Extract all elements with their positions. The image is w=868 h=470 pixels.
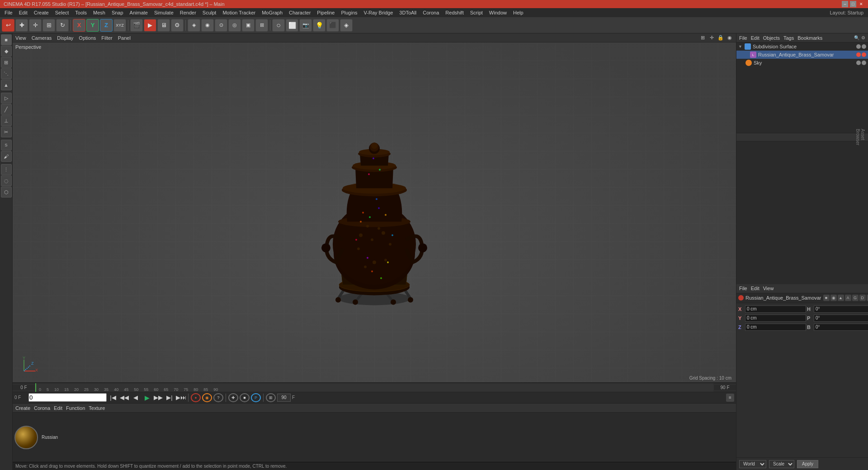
render-dot-2[interactable] <box>862 52 866 57</box>
menu-motion-tracker[interactable]: Motion Tracker <box>220 8 258 17</box>
menu-plugins[interactable]: Plugins <box>338 8 360 17</box>
motion-mode-button[interactable]: ✚ <box>228 393 238 402</box>
texture-mode-button[interactable]: ⊞ <box>1 57 12 68</box>
attr-file-menu[interactable]: File <box>739 286 747 291</box>
menu-create[interactable]: Create <box>31 8 52 17</box>
display-mode-6[interactable]: ⊞ <box>255 19 268 32</box>
menu-help[interactable]: Help <box>510 8 526 17</box>
menu-window[interactable]: Window <box>486 8 509 17</box>
object-item-sky[interactable]: Sky <box>736 59 868 67</box>
menu-tools[interactable]: Tools <box>72 8 90 17</box>
render-settings-button[interactable]: ⚙ <box>171 19 184 32</box>
key-mode-button[interactable]: ? <box>213 393 223 402</box>
menu-script[interactable]: Script <box>467 8 486 17</box>
vp-menu-options[interactable]: Options <box>79 35 96 41</box>
camera-button[interactable]: 📷 <box>299 19 312 32</box>
menu-3dtoall[interactable]: 3DToAll <box>396 8 419 17</box>
extrude-tool-button[interactable]: ⊥ <box>1 115 12 126</box>
menu-pipeline[interactable]: Pipeline <box>314 8 337 17</box>
om-settings-icon[interactable]: ⚙ <box>861 35 865 40</box>
attr-icon-4[interactable]: A <box>845 295 851 301</box>
vp-icon-2[interactable]: ✛ <box>708 34 715 42</box>
display-mode-4[interactable]: ◎ <box>228 19 241 32</box>
visibility-dot-2[interactable] <box>856 52 861 57</box>
vp-icon-1[interactable]: ⊞ <box>699 34 706 42</box>
menu-sculpt[interactable]: Sculpt <box>200 8 219 17</box>
visibility-dot-1[interactable] <box>856 44 861 49</box>
x-position-input[interactable] <box>745 306 806 313</box>
3d-viewport[interactable]: Perspective <box>13 42 736 382</box>
menu-simulate[interactable]: Simulate <box>151 8 176 17</box>
object-item-samovar[interactable]: L Russian_Antique_Brass_Samovar <box>736 51 868 59</box>
om-objects-menu[interactable]: Objects <box>763 35 780 41</box>
mat-menu-function[interactable]: Function <box>66 405 85 411</box>
vp-icon-4[interactable]: ◉ <box>726 34 733 42</box>
vp-menu-display[interactable]: Display <box>57 35 73 41</box>
menu-render[interactable]: Render <box>177 8 199 17</box>
grab-tool-button[interactable]: ⋮ <box>1 164 12 175</box>
frame-input[interactable] <box>28 393 107 402</box>
x-axis-button[interactable]: X <box>73 19 85 32</box>
om-file-menu[interactable]: File <box>739 35 747 41</box>
attr-edit-menu[interactable]: Edit <box>751 286 760 291</box>
attr-icon-1[interactable]: ■ <box>823 295 830 301</box>
vp-icon-3[interactable]: 🔒 <box>717 34 724 42</box>
om-edit-menu[interactable]: Edit <box>751 35 760 41</box>
menu-vray[interactable]: V-Ray Bridge <box>361 8 396 17</box>
rotate-tool-button[interactable]: ↻ <box>56 19 69 32</box>
pb-misc-button[interactable]: ⊞ <box>266 393 276 402</box>
display-mode-1[interactable]: ◈ <box>188 19 200 32</box>
cube-button[interactable]: ⬜ <box>286 19 298 32</box>
move-tool-button[interactable]: ✛ <box>29 19 42 32</box>
menu-mesh[interactable]: Mesh <box>90 8 108 17</box>
h-rotation-input[interactable] <box>814 306 868 313</box>
om-bookmarks-menu[interactable]: Bookmarks <box>797 35 822 41</box>
scale-select[interactable]: Scale Size <box>769 460 794 468</box>
menu-redshift[interactable]: Redshift <box>443 8 466 17</box>
attr-view-menu[interactable]: View <box>763 286 774 291</box>
polygon-mode-button[interactable]: ▲ <box>1 80 12 90</box>
vp-menu-panel[interactable]: Panel <box>118 35 131 41</box>
vp-menu-cameras[interactable]: Cameras <box>32 35 52 41</box>
display-mode-3[interactable]: ⊙ <box>215 19 227 32</box>
maximize-button[interactable]: □ <box>850 1 856 7</box>
play-back-button[interactable]: ◀ <box>131 393 141 402</box>
attr-icon-5[interactable]: G <box>852 295 859 301</box>
om-search-icon[interactable]: 🔍 <box>854 35 859 40</box>
menu-character[interactable]: Character <box>286 8 313 17</box>
menu-corona[interactable]: Corona <box>420 8 442 17</box>
close-button[interactable]: ✕ <box>858 1 864 7</box>
object-item-subdivision[interactable]: ▼ Subdivision Surface <box>736 42 868 51</box>
end-frame-input[interactable] <box>277 394 291 402</box>
vp-menu-view[interactable]: View <box>15 35 26 41</box>
render-dot-3[interactable] <box>862 61 866 65</box>
goto-end-button[interactable]: ▶⏭ <box>176 393 186 402</box>
timeline-track[interactable]: 0 5 10 15 20 25 30 35 40 45 50 55 60 65 <box>35 383 713 392</box>
loop-tool-button[interactable]: S <box>1 140 12 150</box>
y-axis-button[interactable]: Y <box>86 19 99 32</box>
frame-next-button[interactable]: ▶▶ <box>153 393 163 402</box>
visibility-dot-3[interactable] <box>856 61 861 65</box>
sculpt-mode-button[interactable]: ▷ <box>1 93 12 103</box>
key-prev-button[interactable]: |◀ <box>108 393 118 402</box>
menu-edit[interactable]: Edit <box>16 8 30 17</box>
minimize-button[interactable]: – <box>842 1 848 7</box>
material-button[interactable]: ◈ <box>340 19 353 32</box>
light-button[interactable]: 💡 <box>313 19 326 32</box>
menu-select[interactable]: Select <box>52 8 72 17</box>
param-key-button[interactable]: P <box>251 393 261 402</box>
pb-settings-icon[interactable]: ≡ <box>726 394 734 402</box>
display-mode-2[interactable]: ◉ <box>201 19 214 32</box>
render-button[interactable]: ▶ <box>144 19 156 32</box>
menu-snap[interactable]: Snap <box>109 8 126 17</box>
sculpt-brush-button[interactable]: ◌ <box>1 175 12 186</box>
null-object-button[interactable]: ○ <box>272 19 285 32</box>
om-tags-menu[interactable]: Tags <box>783 35 794 41</box>
object-mode-button[interactable]: ◆ <box>1 46 12 56</box>
record-button[interactable]: ● <box>191 393 201 402</box>
y-position-input[interactable] <box>745 315 806 322</box>
attr-icon-7[interactable]: E <box>867 295 868 301</box>
z-axis-button[interactable]: Z <box>100 19 113 32</box>
display-mode-5[interactable]: ▣ <box>242 19 255 32</box>
world-select[interactable]: World Object Parent <box>739 460 766 468</box>
